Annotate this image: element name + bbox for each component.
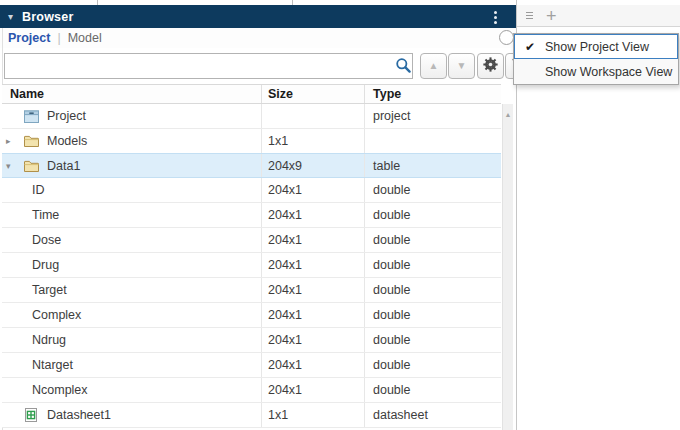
table-row[interactable]: Ndrug 204x1 double: [2, 328, 501, 353]
row-size: 204x1: [268, 233, 302, 247]
row-name: Ntarget: [32, 358, 73, 372]
table-row[interactable]: ID 204x1 double: [2, 178, 501, 203]
gear-icon: [483, 57, 498, 75]
row-type: datasheet: [373, 408, 428, 422]
name-cell: Ncomplex: [2, 378, 262, 402]
row-size: 1x1: [268, 408, 288, 422]
size-cell: 204x1: [262, 353, 365, 377]
collapse-panel-icon[interactable]: ▾: [8, 11, 13, 22]
row-type: double: [373, 333, 411, 347]
name-cell: Ndrug: [2, 328, 262, 352]
checkmark-icon: ✔: [515, 40, 545, 54]
table-row[interactable]: ▸: [2, 129, 501, 154]
size-cell: 1x1: [262, 129, 365, 153]
size-cell: 204x9: [262, 154, 365, 177]
table-header: Name Size Type: [2, 84, 501, 104]
row-size: 204x9: [268, 159, 302, 173]
size-cell: 204x1: [262, 278, 365, 302]
row-name: Complex: [32, 308, 81, 322]
row-size: 204x1: [268, 383, 302, 397]
next-match-button[interactable]: ▼: [448, 53, 475, 79]
row-type: double: [373, 383, 411, 397]
size-cell: 204x1: [262, 303, 365, 327]
expand-arrow-icon[interactable]: ▾: [6, 161, 23, 171]
size-cell: 204x1: [262, 178, 365, 202]
row-size: 204x1: [268, 333, 302, 347]
browser-panel-header: ▾ Browser: [0, 5, 516, 28]
type-cell: double: [365, 278, 501, 302]
type-cell: [365, 129, 501, 153]
table-row[interactable]: Target 204x1 double: [2, 278, 501, 303]
row-type: table: [373, 159, 400, 173]
tab-list-icon[interactable]: [526, 12, 533, 19]
name-cell: Dose: [2, 228, 262, 252]
row-name: Data1: [47, 159, 80, 173]
tab-model[interactable]: Model: [68, 31, 102, 45]
row-name: Drug: [32, 258, 59, 272]
name-cell: Ntarget: [2, 353, 262, 377]
folder-icon: [23, 159, 39, 173]
project-icon: [23, 109, 39, 123]
type-cell: double: [365, 178, 501, 202]
size-cell: 204x1: [262, 228, 365, 252]
scroll-up-icon[interactable]: ▲: [503, 111, 513, 118]
row-size: 204x1: [268, 308, 302, 322]
table-row[interactable]: Ncomplex 204x1 double: [2, 378, 501, 403]
view-options-icon[interactable]: [499, 30, 514, 45]
datasheet-icon: [23, 408, 39, 422]
table-row[interactable]: Dose 204x1 double: [2, 228, 501, 253]
search-icon: [395, 57, 412, 74]
menu-item[interactable]: Show Workspace View: [514, 59, 678, 84]
table-row[interactable]: Drug 204x1 double: [2, 253, 501, 278]
name-cell: Drug: [2, 253, 262, 277]
table-scrollbar[interactable]: ▲: [502, 104, 513, 430]
row-name: Ncomplex: [32, 383, 88, 397]
name-cell: Datasheet1: [2, 403, 262, 427]
row-size: 204x1: [268, 208, 302, 222]
type-cell: table: [365, 154, 501, 177]
row-name: Dose: [32, 233, 61, 247]
type-cell: double: [365, 203, 501, 227]
table-row[interactable]: Project project: [2, 104, 501, 129]
table-row[interactable]: Time 204x1 double: [2, 203, 501, 228]
name-cell: Target: [2, 278, 262, 302]
add-tab-button[interactable]: +: [546, 8, 557, 24]
size-cell: 204x1: [262, 378, 365, 402]
size-cell: 204x1: [262, 328, 365, 352]
column-header-type[interactable]: Type: [365, 85, 501, 103]
row-type: double: [373, 258, 411, 272]
table-row[interactable]: ▾: [2, 153, 501, 178]
row-type: double: [373, 233, 411, 247]
row-size: 204x1: [268, 183, 302, 197]
name-cell: ▾: [2, 154, 262, 177]
row-type: double: [373, 283, 411, 297]
table-row[interactable]: Datasheet1 1x1 datasheet: [2, 403, 501, 428]
kebab-menu-icon[interactable]: [491, 10, 500, 25]
row-size: 204x1: [268, 358, 302, 372]
tab-project[interactable]: Project: [8, 31, 50, 45]
search-row: ▲ ▼: [0, 51, 516, 81]
column-header-size[interactable]: Size: [262, 85, 365, 103]
search-input[interactable]: [4, 53, 413, 79]
menu-item[interactable]: ✔ Show Project View: [514, 34, 678, 59]
size-cell: 1x1: [262, 403, 365, 427]
previous-match-button[interactable]: ▲: [420, 53, 447, 79]
type-cell: datasheet: [365, 403, 501, 427]
row-name: Target: [32, 283, 67, 297]
row-name: Project: [47, 109, 86, 123]
document-tabbar: +: [517, 5, 680, 27]
table-row[interactable]: Complex 204x1 double: [2, 303, 501, 328]
up-arrow-icon: ▲: [429, 61, 439, 71]
column-header-name[interactable]: Name: [2, 85, 262, 103]
down-arrow-icon: ▼: [457, 61, 467, 71]
expand-arrow-icon[interactable]: ▸: [6, 136, 23, 146]
type-cell: double: [365, 353, 501, 377]
type-cell: double: [365, 303, 501, 327]
type-cell: double: [365, 228, 501, 252]
row-type: double: [373, 358, 411, 372]
table-row[interactable]: Ntarget 204x1 double: [2, 353, 501, 378]
menu-item-label: Show Project View: [545, 40, 649, 54]
table-body: Project project ▸: [2, 104, 501, 428]
settings-button[interactable]: [477, 53, 504, 79]
row-size: 204x1: [268, 258, 302, 272]
